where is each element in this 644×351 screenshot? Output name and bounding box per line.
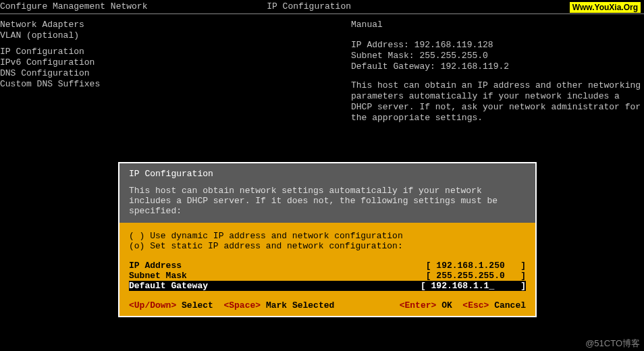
key-esc: <Esc>: [462, 300, 489, 310]
sidebar-item-vlan[interactable]: VLAN (optional): [0, 30, 351, 41]
header-bar: Configure Management Network IP Configur…: [0, 0, 644, 12]
dialog-body: ( ) Use dynamic IP address and network c…: [119, 223, 535, 316]
detail-paragraph: This host can obtain an IP address and o…: [351, 80, 641, 124]
field-label: Default Gateway: [129, 281, 208, 291]
header-title-right: IP Configuration: [267, 1, 351, 11]
watermark-bottom: @51CTO博客: [585, 338, 640, 350]
header-title-left: Configure Management Network: [0, 1, 147, 11]
detail-ip: IP Address: 192.168.119.128: [351, 40, 644, 51]
field-value: [ 255.255.255.0 ]: [426, 271, 526, 281]
sidebar-item-custom-dns[interactable]: Custom DNS Suffixes: [0, 79, 351, 90]
dialog-footer: <Up/Down> Select <Space> Mark Selected <…: [129, 300, 526, 310]
sidebar-item-ip-config[interactable]: IP Configuration: [0, 47, 351, 57]
field-subnet-mask[interactable]: Subnet Mask [ 255.255.255.0 ]: [129, 271, 526, 281]
cancel-action[interactable]: Cancel: [494, 300, 526, 310]
sidebar: Network Adapters VLAN (optional) IP Conf…: [0, 20, 351, 124]
ip-config-dialog: IP Configuration This host can obtain ne…: [118, 162, 537, 317]
main-columns: Network Adapters VLAN (optional) IP Conf…: [0, 20, 644, 124]
fields-list: IP Address [ 192.168.1.250 ] Subnet Mask…: [129, 261, 526, 291]
sidebar-item-dns-config[interactable]: DNS Configuration: [0, 68, 351, 79]
header-divider: [0, 14, 644, 14]
detail-mask: Subnet Mask: 255.255.255.0: [351, 51, 644, 61]
detail-mode: Manual: [351, 20, 644, 30]
footer-left: <Up/Down> Select <Space> Mark Selected: [129, 300, 334, 310]
ok-action[interactable]: OK: [441, 300, 452, 310]
detail-gateway: Default Gateway: 192.168.119.2: [351, 61, 644, 72]
key-enter: <Enter>: [400, 300, 437, 310]
field-ip-address[interactable]: IP Address [ 192.168.1.250 ]: [129, 261, 526, 271]
dialog-header: IP Configuration This host can obtain ne…: [119, 163, 535, 223]
field-value: [ 192.168.1.1_ ]: [421, 281, 526, 291]
sidebar-item-network-adapters[interactable]: Network Adapters: [0, 20, 351, 30]
dialog-title: IP Configuration: [129, 169, 526, 179]
sidebar-item-ipv6-config[interactable]: IPv6 Configuration: [0, 57, 351, 68]
option-dynamic[interactable]: ( ) Use dynamic IP address and network c…: [129, 231, 526, 241]
field-label: IP Address: [129, 261, 182, 271]
text-cursor: _: [489, 281, 494, 291]
field-default-gateway[interactable]: Default Gateway [ 192.168.1.1_ ]: [129, 281, 526, 291]
footer-right: <Enter> OK <Esc> Cancel: [400, 300, 526, 310]
field-label: Subnet Mask: [129, 271, 187, 281]
dialog-help-text: This host can obtain network settings au…: [129, 186, 526, 216]
option-static[interactable]: (o) Set static IP address and network co…: [129, 241, 526, 251]
key-space: <Space>: [223, 300, 261, 310]
detail-panel: Manual IP Address: 192.168.119.128 Subne…: [351, 20, 644, 124]
watermark-top: Www.YouXia.Org: [569, 1, 641, 14]
field-value: [ 192.168.1.250 ]: [426, 261, 526, 271]
key-updown: <Up/Down>: [129, 300, 176, 310]
